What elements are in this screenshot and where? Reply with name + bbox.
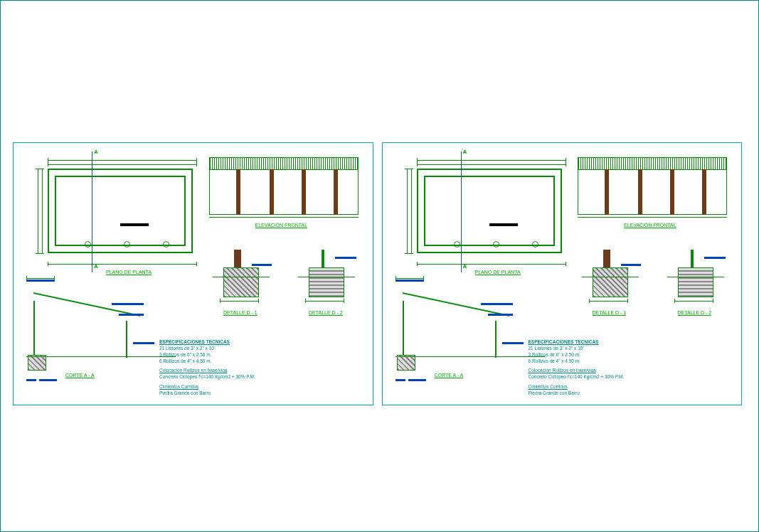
specs-line: Concreto Ciclópeo f'c=140 Kg/cm2 + 30% P… xyxy=(529,373,735,380)
drawing-viewport: A A PLANO DE PLANTA ELEVACION FRONTAL xyxy=(0,0,759,532)
section-cut-line xyxy=(461,151,462,272)
dim-line xyxy=(26,278,55,279)
dim-line xyxy=(305,301,344,302)
detail-ground xyxy=(582,277,639,277)
column-marker xyxy=(493,241,499,248)
specs-heading: ESPECIFICACIONES TECNICAS xyxy=(529,339,735,345)
detail1-title: DETALLE D - 1 xyxy=(223,310,258,316)
ground-line xyxy=(209,217,359,218)
detail-d1: DETALLE D - 1 xyxy=(582,250,639,314)
specs-line: 6 Rollizos de 4" x 4.50 m. xyxy=(529,358,735,364)
specs-sub: Colocación Rollizos en base/viga xyxy=(529,367,735,373)
leader xyxy=(396,280,424,282)
detail-column xyxy=(691,250,694,268)
specs-line: 6 Rollizos de 4" x 4.50 m. xyxy=(159,358,366,364)
post xyxy=(605,169,609,215)
detail-ground xyxy=(213,277,270,277)
elevation-view: ELEVACION FRONTAL xyxy=(578,157,727,225)
leader xyxy=(481,303,513,305)
detail1-title: DETALLE D - 1 xyxy=(593,310,627,316)
dim-line xyxy=(417,264,566,265)
post xyxy=(670,169,674,215)
post xyxy=(638,169,642,215)
specs-heading: ESPECIFICACIONES TECNICAS xyxy=(159,339,366,345)
elevation-view: ELEVACION FRONTAL xyxy=(209,157,359,225)
post xyxy=(334,169,338,215)
dim-line xyxy=(220,301,259,302)
specs-block: ESPECIFICACIONES TECNICAS 21 Listones de… xyxy=(159,339,366,396)
sheet-pair: A A PLANO DE PLANTA ELEVACION FRONTAL xyxy=(13,142,742,405)
specs-sub: Cimientos Corridos xyxy=(159,383,366,390)
cut-mark-top: A xyxy=(94,149,98,155)
detail-d2: DETALLE D - 2 xyxy=(667,250,724,314)
dim-line xyxy=(396,278,424,279)
section-footing xyxy=(397,355,415,371)
detail-column xyxy=(234,250,241,268)
specs-line: Concreto Ciclópeo f'c=140 Kg/cm2 + 30% P… xyxy=(159,373,366,380)
column-marker xyxy=(163,241,169,248)
leader xyxy=(26,379,36,381)
dim-line xyxy=(407,169,408,254)
detail-footing xyxy=(223,267,259,297)
dim-line xyxy=(38,169,38,254)
leader xyxy=(396,379,405,381)
dim-line xyxy=(48,160,197,161)
leader xyxy=(704,257,726,259)
dim-line xyxy=(674,301,713,302)
sheet-right: A A PLANO DE PLANTA ELEVACION FRONTAL xyxy=(382,142,743,405)
detail-column xyxy=(603,250,610,268)
dim-line xyxy=(417,160,566,161)
specs-line: 3 Rollizos de 6" x 2.50 m. xyxy=(529,351,735,358)
detail-column xyxy=(322,250,324,268)
specs-line: 21 Listones de 3" x 2" x 10' xyxy=(529,345,735,351)
section-wall-right xyxy=(126,321,127,358)
post xyxy=(702,169,706,215)
section-cut-line xyxy=(92,151,92,272)
specs-block: ESPECIFICACIONES TECNICAS 21 Listones de… xyxy=(529,339,735,396)
detail2-title: DETALLE D - 2 xyxy=(678,310,712,316)
elevation-title: ELEVACION FRONTAL xyxy=(624,223,676,228)
leader xyxy=(112,303,144,305)
section-ground xyxy=(26,356,176,357)
section-footing xyxy=(28,355,46,371)
specs-sub: Colocación Rollizos en base/viga xyxy=(159,367,366,373)
leader xyxy=(133,342,154,344)
section-wall-left xyxy=(403,301,404,358)
detail-ground xyxy=(298,277,355,277)
dim-line xyxy=(417,164,566,165)
detail-ground xyxy=(667,277,724,277)
specs-line: Piedra Grande con Barro xyxy=(159,390,366,396)
section-view: CORTE A - A xyxy=(26,271,147,385)
dim-line xyxy=(48,164,197,165)
plan-inner-wall xyxy=(424,176,555,246)
sheet-left: A A PLANO DE PLANTA ELEVACION FRONTAL xyxy=(13,142,373,405)
specs-line: 21 Listones de 3" x 2" x 10' xyxy=(159,345,366,351)
hatch-bar xyxy=(120,223,149,226)
leader xyxy=(26,280,55,282)
ground-line xyxy=(578,217,727,218)
detail2-title: DETALLE D - 2 xyxy=(309,310,343,316)
section-wall-right xyxy=(495,321,497,358)
leader xyxy=(335,257,356,259)
specs-line: Piedra Grande con Barro xyxy=(529,390,735,396)
elevation-title: ELEVACION FRONTAL xyxy=(255,223,308,228)
section-title: CORTE A - A xyxy=(435,373,464,378)
section-roof xyxy=(33,292,140,342)
detail-d1: DETALLE D - 1 xyxy=(213,250,270,314)
section-ground xyxy=(396,356,545,357)
plan-inner-wall xyxy=(55,176,186,246)
cut-mark-bot: A xyxy=(94,263,98,270)
roof-hatch xyxy=(209,157,359,170)
leader xyxy=(119,314,144,316)
detail-footing xyxy=(678,267,713,297)
cut-mark-top: A xyxy=(463,149,467,155)
column-marker xyxy=(85,241,91,248)
section-view: CORTE A - A xyxy=(396,271,516,385)
roof-hatch xyxy=(578,157,727,170)
section-title: CORTE A - A xyxy=(65,373,95,378)
leader xyxy=(502,342,524,344)
post xyxy=(236,169,240,215)
detail-footing xyxy=(309,267,344,297)
leader xyxy=(621,264,641,266)
leader xyxy=(408,379,426,381)
